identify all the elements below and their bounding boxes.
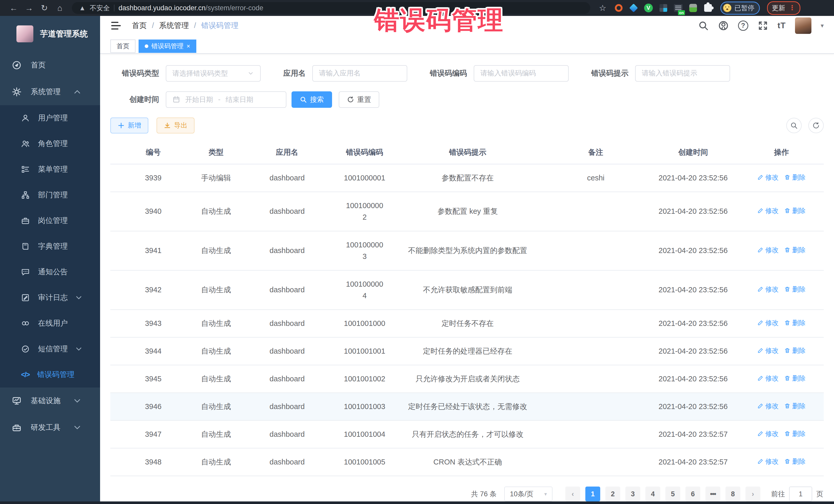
sidebar-item-dev-tools[interactable]: 研发工具 xyxy=(0,414,100,441)
edit-link[interactable]: 修改 xyxy=(757,456,778,466)
sidebar-item-home[interactable]: 首页 xyxy=(0,52,100,79)
app-logo[interactable]: 芋道管理系统 xyxy=(0,16,100,52)
sidebar-item-sms[interactable]: 短信管理 xyxy=(0,336,100,362)
sidebar-item-dicts[interactable]: 字典管理 xyxy=(0,234,100,259)
page-button-5[interactable]: 5 xyxy=(665,486,680,501)
edit-link[interactable]: 修改 xyxy=(757,429,778,439)
toggle-search-button[interactable] xyxy=(786,118,802,133)
edit-link[interactable]: 修改 xyxy=(757,205,778,216)
tab-error-code[interactable]: 错误码管理 × xyxy=(138,40,196,53)
error-hint-input[interactable] xyxy=(642,69,723,77)
delete-link[interactable]: 删除 xyxy=(784,456,806,466)
sidebar-item-system[interactable]: 系统管理 xyxy=(0,79,100,105)
sidebar-item-roles[interactable]: 角色管理 xyxy=(0,131,100,156)
delete-link[interactable]: 删除 xyxy=(784,401,806,411)
search-icon[interactable] xyxy=(698,20,709,31)
col-remark: 备注 xyxy=(545,141,647,164)
more-menu-icon[interactable]: ⋮ xyxy=(789,6,795,10)
search-button[interactable]: 搜索 xyxy=(291,91,332,108)
sidebar-item-users[interactable]: 用户管理 xyxy=(0,105,100,131)
sidebar-item-posts[interactable]: 岗位管理 xyxy=(0,208,100,234)
sidebar-item-depts[interactable]: 部门管理 xyxy=(0,182,100,208)
help-icon[interactable]: ? xyxy=(738,21,748,31)
delete-link[interactable]: 删除 xyxy=(784,205,806,216)
bookmark-star-icon[interactable]: ☆ xyxy=(599,3,607,13)
delete-link[interactable]: 删除 xyxy=(784,172,806,182)
annotation-text: 错误码管理 xyxy=(374,4,504,38)
address-bar[interactable]: ▲ 不安全 dashboard.yudao.iocoder.cn/system/… xyxy=(72,2,590,14)
breadcrumb-home[interactable]: 首页 xyxy=(132,21,147,31)
next-page-button[interactable]: › xyxy=(745,486,760,501)
delete-link[interactable]: 删除 xyxy=(784,345,806,356)
page-button-6[interactable]: 6 xyxy=(685,486,700,501)
extensions-puzzle-icon[interactable] xyxy=(703,3,712,13)
app-name-input[interactable] xyxy=(319,69,400,77)
edit-link[interactable]: 修改 xyxy=(757,284,778,294)
sidebar-item-menus[interactable]: 菜单管理 xyxy=(0,156,100,182)
error-code-input[interactable] xyxy=(480,69,562,77)
page-button-1[interactable]: 1 xyxy=(585,486,600,501)
edit-link[interactable]: 修改 xyxy=(757,401,778,411)
user-avatar[interactable] xyxy=(795,18,811,34)
edit-link[interactable]: 修改 xyxy=(757,318,778,328)
post-icon xyxy=(21,216,30,225)
delete-link[interactable]: 删除 xyxy=(784,284,806,294)
trash-icon xyxy=(784,174,790,180)
user-icon xyxy=(21,114,30,123)
error-type-select[interactable]: 请选择错误码类型 xyxy=(166,65,261,82)
sidebar-item-error-code[interactable]: </> 错误码管理 xyxy=(0,362,100,388)
edit-link[interactable]: 修改 xyxy=(757,172,778,182)
page-button-8[interactable]: 8 xyxy=(725,486,740,501)
extension-gem-icon[interactable] xyxy=(629,3,638,13)
prev-page-button[interactable]: ‹ xyxy=(565,486,580,501)
edit-link[interactable]: 修改 xyxy=(757,373,778,384)
chevron-down-icon xyxy=(247,70,254,77)
extension-orange-icon[interactable] xyxy=(614,3,623,13)
sidebar-item-infrastructure[interactable]: 基础设施 xyxy=(0,388,100,414)
url-domain[interactable]: dashboard.yudao.iocoder.cn xyxy=(118,4,205,12)
filter-hint-label: 错误码提示 xyxy=(591,68,629,79)
delete-link[interactable]: 删除 xyxy=(784,318,806,328)
table-row: 3948自动生成dashboard1001001005CRON 表达式不正确20… xyxy=(110,448,824,476)
browser-update-button[interactable]: 更新 ⋮ xyxy=(767,1,800,15)
delete-link[interactable]: 删除 xyxy=(784,429,806,439)
page-size-select[interactable]: 10条/页 ▾ xyxy=(504,486,552,501)
extension-green-v-icon[interactable]: V xyxy=(644,3,653,13)
close-icon[interactable]: × xyxy=(186,43,190,50)
refresh-table-button[interactable] xyxy=(808,118,824,133)
sidebar-item-notices[interactable]: 通知公告 xyxy=(0,259,100,285)
breadcrumb-system[interactable]: 系统管理 xyxy=(159,21,189,31)
goto-page-input[interactable] xyxy=(789,486,812,501)
page-button-2[interactable]: 2 xyxy=(605,486,620,501)
page-ellipsis[interactable]: ••• xyxy=(705,486,720,501)
delete-link[interactable]: 删除 xyxy=(784,373,806,384)
reload-icon[interactable]: ↻ xyxy=(38,0,51,16)
security-label[interactable]: 不安全 xyxy=(90,4,110,13)
fullscreen-icon[interactable] xyxy=(758,20,768,31)
edit-link[interactable]: 修改 xyxy=(757,245,778,255)
extension-key-icon[interactable] xyxy=(688,3,698,13)
tab-home[interactable]: 首页 xyxy=(110,40,135,53)
font-size-icon[interactable]: tT xyxy=(777,21,786,30)
back-icon[interactable]: ← xyxy=(7,0,21,16)
extension-list-icon[interactable]: on xyxy=(674,3,683,13)
page-button-4[interactable]: 4 xyxy=(645,486,660,501)
profile-paused-pill[interactable]: 已暂停 xyxy=(720,2,760,15)
menu-fold-icon[interactable] xyxy=(110,20,122,31)
date-range-picker[interactable]: 开始日期 - 结束日期 xyxy=(166,91,286,108)
github-icon[interactable] xyxy=(718,20,729,31)
add-button[interactable]: 新增 xyxy=(110,117,148,133)
delete-link[interactable]: 删除 xyxy=(784,245,806,255)
caret-down-icon[interactable]: ▾ xyxy=(821,22,824,29)
table-row: 3941自动生成dashboard100100000 3不能删除类型为系统内置的… xyxy=(110,232,824,271)
page-button-3[interactable]: 3 xyxy=(626,486,640,501)
extension-grid-icon[interactable] xyxy=(659,3,668,13)
url-path: /system/error-code xyxy=(205,4,263,12)
edit-link[interactable]: 修改 xyxy=(757,345,778,356)
reset-button[interactable]: 重置 xyxy=(339,91,379,108)
export-button[interactable]: 导出 xyxy=(156,117,195,133)
sidebar-item-audit-log[interactable]: 审计日志 xyxy=(0,285,100,310)
forward-icon[interactable]: → xyxy=(22,0,36,16)
sidebar-item-online-users[interactable]: 在线用户 xyxy=(0,310,100,336)
home-icon[interactable]: ⌂ xyxy=(53,0,67,16)
